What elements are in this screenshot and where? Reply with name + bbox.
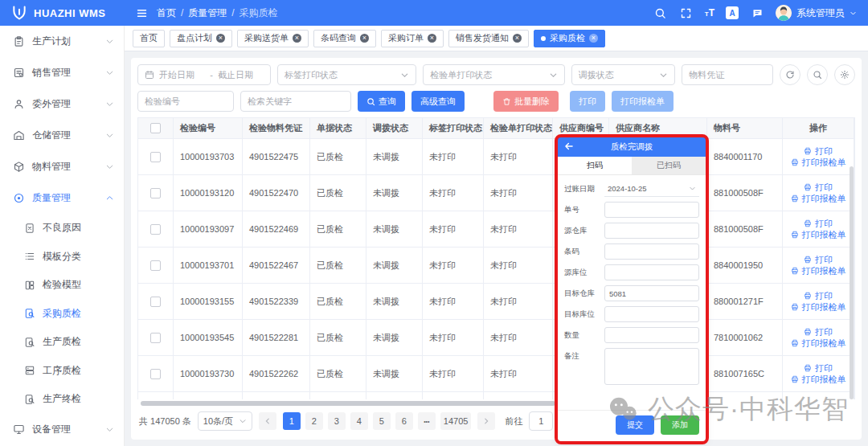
date-range-input[interactable]: 开始日期 - 截止日期 [137,64,271,85]
sidebar-item-委外管理[interactable]: 委外管理 [0,88,124,120]
page-button-3[interactable]: 3 [328,412,346,430]
message-icon[interactable] [750,6,764,20]
print-report-link[interactable]: 打印报检单 [791,267,846,276]
menu-collapse-icon[interactable] [134,6,149,20]
tab-盘点计划[interactable]: 盘点计划× [170,30,232,47]
dialog-input-源库位[interactable] [604,264,699,280]
dialog-date-select[interactable]: 2024-10-25 [604,181,699,197]
print-report-button[interactable]: 打印报检单 [612,91,674,112]
font-size-icon[interactable]: TT [705,8,714,18]
dialog-input-目标库位[interactable] [604,306,699,322]
row-checkbox[interactable] [150,188,161,198]
tab-close-icon[interactable]: × [428,34,436,43]
print-report-link[interactable]: 打印报检单 [791,375,846,384]
print-link[interactable]: 打印 [804,292,833,301]
advanced-query-button[interactable]: 高级查询 [411,91,465,112]
page-button-2[interactable]: 2 [305,412,323,430]
transfer-status-select[interactable]: 调拨状态 [571,64,676,85]
report-print-status-select[interactable]: 检验单打印状态 [423,64,565,85]
print-report-link[interactable]: 打印报检单 [791,303,846,312]
refresh-button[interactable] [780,64,800,85]
page-button-1[interactable]: 1 [283,412,301,430]
sidebar-item-物料管理[interactable]: 物料管理 [0,151,124,182]
dialog-textarea-备注[interactable] [604,348,699,385]
tab-采购送货单[interactable]: 采购送货单× [237,30,309,47]
sidebar-subitem-采购质检[interactable]: 采购质检 [0,300,124,329]
print-report-link[interactable]: 打印报检单 [791,194,846,203]
label-print-status-select[interactable]: 标签打印状态 [277,64,416,85]
tab-close-icon[interactable]: × [513,34,522,43]
dialog-input-数量[interactable] [604,327,699,343]
row-checkbox[interactable] [150,297,161,307]
dialog-input-目标仓库[interactable] [604,285,699,301]
batch-delete-button[interactable]: 批量删除 [493,91,559,112]
print-button[interactable]: 打印 [570,91,605,112]
tab-销售发货通知[interactable]: 销售发货通知× [448,30,529,47]
page-ellipsis[interactable]: ••• [418,412,436,430]
dialog-tab-已扫码[interactable]: 已扫码 [632,157,706,174]
tab-采购订单[interactable]: 采购订单× [381,30,444,47]
prev-page-button[interactable] [259,412,276,430]
tab-close-icon[interactable]: × [589,34,598,43]
row-checkbox[interactable] [150,369,161,379]
print-link[interactable]: 打印 [804,256,833,264]
material-voucher-input[interactable] [689,70,766,80]
print-link[interactable]: 打印 [804,147,833,156]
dialog-input-条码[interactable] [604,243,699,260]
print-link[interactable]: 打印 [804,219,833,228]
print-report-link[interactable]: 打印报检单 [791,339,846,348]
print-report-link[interactable]: 打印报检单 [791,158,846,167]
tab-采购质检[interactable]: 采购质检× [534,30,605,47]
dialog-input-单号[interactable] [604,202,699,218]
table-horizontal-scrollbar[interactable] [139,401,854,406]
translate-icon[interactable]: A [726,6,739,19]
sidebar-item-仓储管理[interactable]: 仓储管理 [0,120,124,151]
sidebar-subitem-工序质检[interactable]: 工序质检 [0,357,124,386]
row-checkbox[interactable] [150,333,161,343]
keyword-input[interactable] [248,96,344,106]
sidebar-subitem-生产质检[interactable]: 生产质检 [0,328,124,357]
row-checkbox[interactable] [150,260,161,271]
sidebar-item-生产计划[interactable]: 生产计划 [0,26,124,57]
settings-button[interactable] [834,64,855,85]
print-link[interactable]: 打印 [804,328,833,337]
print-link[interactable]: 打印 [804,364,833,373]
sidebar-item-销售管理[interactable]: 销售管理 [0,57,124,88]
tab-条码查询[interactable]: 条码查询× [313,30,376,47]
breadcrumb-item[interactable]: 首页 [157,6,176,20]
tab-close-icon[interactable]: × [360,34,369,43]
sidebar-item-质量管理[interactable]: 质量管理 [0,182,124,214]
select-all-checkbox[interactable] [150,123,161,133]
sidebar-subitem-生产终检[interactable]: 生产终检 [0,385,124,414]
fullscreen-icon[interactable] [679,6,694,20]
print-report-link[interactable]: 打印报检单 [791,231,846,239]
search-icon[interactable] [653,6,668,20]
user-menu[interactable]: 系统管理员 [776,5,857,21]
submit-button[interactable]: 提交 [616,415,654,435]
next-page-button[interactable] [477,412,495,430]
add-button[interactable]: 添加 [661,415,699,435]
sidebar-item-设备管理[interactable]: 设备管理 [0,414,124,445]
breadcrumb-item[interactable]: 质量管理 [188,6,227,20]
page-button-6[interactable]: 6 [395,412,413,430]
zoom-button[interactable] [807,64,828,85]
tab-首页[interactable]: 首页 [133,30,165,47]
sidebar-subitem-不良原因[interactable]: 不良原因 [0,214,124,243]
page-button-14705[interactable]: 14705 [440,412,472,430]
back-arrow-icon[interactable] [563,141,576,153]
query-button[interactable]: 查询 [358,91,405,112]
page-size-select[interactable]: 10条/页 [198,411,252,431]
row-checkbox[interactable] [150,152,161,162]
dialog-input-源仓库[interactable] [604,223,699,239]
print-link[interactable]: 打印 [804,183,833,192]
inspect-no-input[interactable] [145,96,227,106]
goto-page-input[interactable] [529,411,553,431]
brand[interactable]: HUAZHI WMS [0,5,125,21]
dialog-tab-扫码[interactable]: 扫码 [558,157,632,174]
page-button-5[interactable]: 5 [373,412,391,430]
page-button-4[interactable]: 4 [350,412,368,430]
table-vertical-scrollbar[interactable] [850,166,854,399]
sidebar-subitem-模板分类[interactable]: 模板分类 [0,243,124,272]
row-checkbox[interactable] [150,224,161,235]
tab-close-icon[interactable]: × [216,34,225,43]
